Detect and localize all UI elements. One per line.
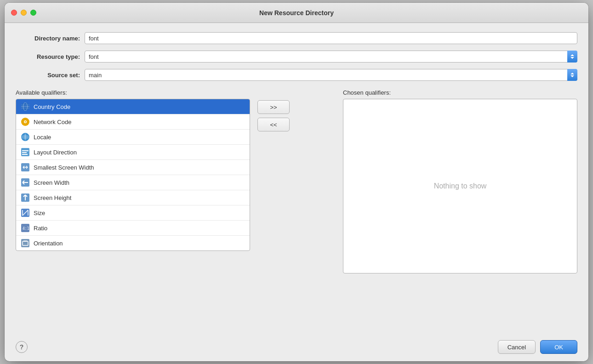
resource-type-label: Resource type: — [16, 53, 80, 60]
locale-icon — [21, 132, 30, 142]
layout-direction-icon — [21, 148, 30, 157]
qualifier-label-ratio: Ratio — [34, 225, 47, 232]
source-set-select-wrapper: main — [85, 69, 577, 81]
qualifier-item-ratio[interactable]: 4:1 Ratio — [16, 221, 250, 236]
screen-height-icon — [21, 193, 30, 202]
minimize-button[interactable] — [21, 10, 27, 16]
qualifier-label-screen-width: Screen Width — [34, 179, 69, 186]
network-code-icon — [21, 117, 30, 126]
new-resource-directory-dialog: New Resource Directory Directory name: R… — [5, 3, 588, 361]
help-button[interactable]: ? — [16, 341, 28, 353]
dialog-content: Directory name: Resource type: font Sour… — [5, 23, 588, 335]
resource-type-select-wrapper: font — [85, 51, 577, 63]
qualifier-label-size: Size — [34, 210, 45, 216]
qualifier-label-smallest-screen-width: Smallest Screen Width — [34, 164, 94, 171]
dialog-footer: ? Cancel OK — [5, 335, 588, 361]
qualifier-item-layout-direction[interactable]: Layout Direction — [16, 145, 250, 160]
ratio-icon: 4:1 — [21, 223, 30, 233]
title-bar: New Resource Directory — [5, 3, 588, 23]
chosen-qualifiers-panel: Chosen qualifiers: Nothing to show — [343, 89, 577, 273]
traffic-lights — [11, 10, 36, 16]
qualifier-label-screen-height: Screen Height — [34, 194, 71, 201]
close-button[interactable] — [11, 10, 17, 16]
smallest-screen-width-icon — [21, 163, 30, 172]
qualifier-label-locale: Locale — [34, 134, 51, 141]
remove-qualifier-button[interactable]: << — [257, 118, 290, 131]
source-set-row: Source set: main — [16, 69, 577, 81]
footer-buttons: Cancel OK — [498, 340, 577, 354]
available-qualifiers-panel: Available qualifiers: Coun — [16, 89, 250, 251]
qualifier-label-network-code: Network Code — [34, 119, 71, 125]
qualifier-item-screen-width[interactable]: Screen Width — [16, 175, 250, 190]
nothing-to-show-text: Nothing to show — [434, 182, 487, 190]
qualifier-label-orientation: Orientation — [34, 240, 63, 247]
ok-button[interactable]: OK — [540, 340, 577, 354]
size-icon — [21, 208, 30, 217]
cancel-button[interactable]: Cancel — [498, 340, 536, 354]
qualifier-item-size[interactable]: Size — [16, 205, 250, 221]
dialog-title: New Resource Directory — [259, 9, 334, 17]
svg-rect-36 — [23, 240, 27, 242]
qualifier-transfer-buttons: >> << — [250, 100, 297, 131]
available-qualifiers-list: Country Code Network Code — [16, 99, 250, 251]
orientation-icon — [21, 239, 30, 248]
qualifier-item-locale[interactable]: Locale — [16, 130, 250, 145]
svg-text:4:1: 4:1 — [23, 227, 29, 231]
qualifier-label-country-code: Country Code — [34, 103, 70, 110]
resource-type-select[interactable]: font — [85, 51, 577, 63]
svg-point-7 — [25, 121, 26, 123]
country-code-icon — [21, 102, 30, 111]
resource-type-row: Resource type: font — [16, 51, 577, 63]
screen-width-icon — [21, 178, 30, 187]
qualifier-item-screen-height[interactable]: Screen Height — [16, 190, 250, 205]
maximize-button[interactable] — [30, 10, 36, 16]
qualifier-item-country-code[interactable]: Country Code — [16, 99, 250, 114]
available-qualifiers-label: Available qualifiers: — [16, 89, 250, 96]
qualifier-label-layout-direction: Layout Direction — [34, 149, 77, 156]
source-set-select[interactable]: main — [85, 69, 577, 81]
chosen-qualifiers-label: Chosen qualifiers: — [343, 89, 577, 96]
qualifier-item-network-code[interactable]: Network Code — [16, 114, 250, 130]
directory-name-label: Directory name: — [16, 35, 80, 42]
chosen-qualifiers-list: Nothing to show — [343, 99, 577, 273]
add-qualifier-button[interactable]: >> — [257, 100, 290, 114]
directory-name-row: Directory name: — [16, 32, 577, 44]
qualifier-item-smallest-screen-width[interactable]: Smallest Screen Width — [16, 160, 250, 175]
svg-point-9 — [21, 135, 29, 139]
source-set-label: Source set: — [16, 72, 80, 79]
qualifier-item-orientation[interactable]: Orientation — [16, 236, 250, 250]
directory-name-input[interactable] — [85, 32, 577, 44]
